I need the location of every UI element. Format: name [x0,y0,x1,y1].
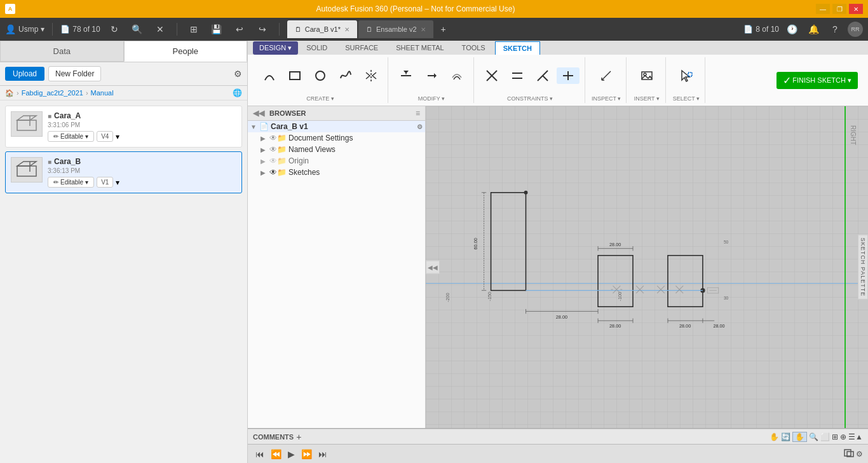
tab-close-cara-b[interactable]: ✕ [344,26,349,33]
new-folder-button[interactable]: New Folder [48,66,101,81]
breadcrumb-manual[interactable]: Manual [91,89,114,97]
list-item[interactable]: ■ Cara_A 3:31:06 PM ✏ Editable ▾ V4 ▾ [5,106,242,148]
close-button[interactable]: ✕ [849,4,863,14]
search-button[interactable]: 🔍 [128,20,146,38]
nav-last[interactable]: ⏭ [316,448,330,460]
extend-tool[interactable] [420,67,443,84]
timeline-settings[interactable]: ⚙ [856,450,863,459]
close-panel-button[interactable]: ✕ [151,20,169,38]
window-zoom-tool[interactable]: ⬜ [820,432,830,441]
editable-button[interactable]: ✏ Editable ▾ [48,177,94,188]
grid-button[interactable]: ⊞ [185,20,203,38]
visibility-icon-sketches[interactable]: 👁 [269,168,277,177]
grid-display-tool[interactable]: ⊞ [832,432,838,441]
horiz-tool[interactable] [557,67,580,84]
settings-button[interactable]: ⚙ [234,69,242,79]
visibility-icon-origin[interactable]: 👁 [269,156,277,165]
finish-sketch-button[interactable]: ✓ FINISH SKETCH ▾ [776,72,858,89]
add-comment-button[interactable]: + [296,432,301,442]
constraints-label[interactable]: CONSTRAINTS ▾ [507,94,553,103]
arc-tool[interactable] [258,67,281,84]
browser-collapse[interactable]: ◀◀ [253,109,264,118]
insert-label[interactable]: INSERT ▾ [634,94,660,103]
user-avatar[interactable]: RR [848,22,863,37]
nav-first[interactable]: ⏮ [253,448,267,460]
snap-tool[interactable]: ⊕ [840,432,846,441]
ribbon-tab-sheet-metal[interactable]: SHEET METAL [388,41,452,55]
select-tool[interactable] [675,67,698,84]
select-tools [675,57,698,94]
version-badge[interactable]: V1 [97,177,113,188]
collapse-browser-arrow[interactable]: ◀◀ [426,261,440,274]
modify-label[interactable]: MODIFY ▾ [418,94,445,103]
refresh-button[interactable]: ↻ [105,20,123,38]
tab-ensamble[interactable]: 🗒 Ensamble v2 ✕ [358,20,433,38]
offset-tool[interactable] [445,67,468,84]
restore-button[interactable]: ❐ [832,4,846,14]
separator-1 [52,23,53,36]
design-dropdown[interactable]: DESIGN ▾ [253,41,298,55]
minimize-button[interactable]: — [816,4,830,14]
browser-item-sketches[interactable]: ▶ 👁 📁 Sketches [248,167,425,178]
display-settings[interactable]: ☰ [848,432,855,441]
expand-comments[interactable]: ▲ [855,432,863,441]
visibility-icon[interactable]: 👁 [269,134,277,142]
upload-button[interactable]: Upload [5,67,44,81]
trim-tool[interactable] [395,67,417,84]
user-menu[interactable]: 👤 Usmp ▾ [5,24,44,34]
history-button[interactable]: 🕐 [783,20,801,38]
nav-play[interactable]: ▶ [285,448,297,460]
ribbon-tab-sketch[interactable]: SKETCH [495,41,540,55]
ribbon-tabs: DESIGN ▾ SOLID SURFACE SHEET METAL TOOLS… [248,41,868,55]
ribbon-tab-surface[interactable]: SURFACE [337,41,386,55]
constraints-tools [480,57,580,94]
undo-button[interactable]: ↩ [231,20,248,38]
select-label[interactable]: SELECT ▾ [673,94,700,103]
tab-people[interactable]: People [124,41,248,62]
create-label[interactable]: CREATE ▾ [306,94,334,103]
perpendicular-tool[interactable] [531,67,554,84]
parallel-tool[interactable] [506,67,529,84]
rect-tool[interactable] [283,67,306,84]
tab-close-ensamble[interactable]: ✕ [421,26,426,33]
help-button[interactable]: ? [826,20,844,38]
breadcrumb-fabdig[interactable]: Fabdig_ac2t2_2021 [22,89,83,97]
add-tab-button[interactable]: + [435,20,452,38]
mirror-tool[interactable] [360,67,383,84]
sketch-area[interactable]: 60.00 28.00 28.00 28.00 [426,106,868,428]
sketch-palette[interactable]: SKETCH PALETTE [858,235,868,300]
hand-tool-active[interactable]: ✋ [792,432,807,442]
inspect-label[interactable]: INSPECT ▾ [592,94,621,103]
version-badge[interactable]: V4 [97,131,113,142]
list-item[interactable]: ■ Cara_B 3:36:13 PM ✏ Editable ▾ V1 ▾ [5,151,242,193]
timeline-capture[interactable] [843,447,855,460]
save-button[interactable]: 💾 [208,20,226,38]
browser-item-named-views[interactable]: ▶ 👁 📁 Named Views [248,144,425,155]
pan-tool[interactable]: ✋ [770,432,779,441]
user-label: Usmp [18,25,38,34]
nav-prev[interactable]: ⏪ [268,448,284,460]
world-icon[interactable]: 🌐 [233,88,242,97]
insert-image-tool[interactable] [635,67,658,84]
orbit-tool[interactable]: 🔄 [781,432,790,441]
measure-tool[interactable] [595,67,618,84]
ribbon-tab-solid[interactable]: SOLID [298,41,336,55]
coincident-tool[interactable] [480,67,503,84]
browser-item-origin[interactable]: ▶ 👁 📁 Origin [248,155,425,167]
nav-next[interactable]: ⏩ [299,448,315,460]
editable-button[interactable]: ✏ Editable ▾ [48,131,94,142]
notifications-button[interactable]: 🔔 [804,20,822,38]
browser-menu[interactable]: ≡ [416,109,420,118]
svg-text:30: 30 [724,296,729,300]
tab-data[interactable]: Data [0,41,124,62]
browser-root-item[interactable]: ▼ 📄 Cara_B v1 ⚙ [248,121,425,132]
browser-item-doc-settings[interactable]: ▶ 👁 📁 Document Settings [248,132,425,144]
redo-button[interactable]: ↪ [254,20,271,38]
home-icon[interactable]: 🏠 [5,89,14,97]
circle-tool[interactable] [309,67,332,84]
ribbon-tab-tools[interactable]: TOOLS [454,41,494,55]
spline-tool[interactable] [334,67,357,84]
visibility-icon-named[interactable]: 👁 [269,145,277,154]
tab-cara-b[interactable]: 🗒 Cara_B v1* ✕ [287,20,357,38]
zoom-tool[interactable]: 🔍 [809,432,818,441]
